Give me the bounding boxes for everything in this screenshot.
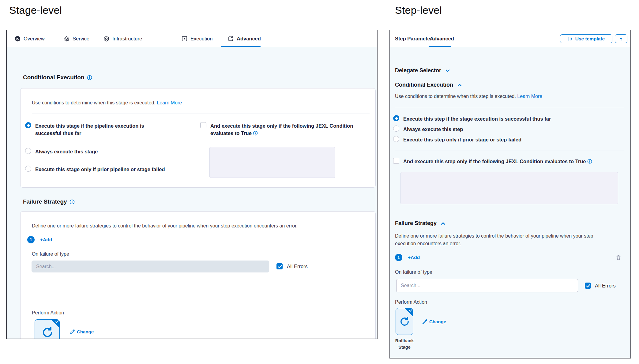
chevron-up-icon [440,221,446,226]
all-errors-checkbox[interactable] [276,263,283,269]
jexl-checkbox[interactable] [200,122,206,128]
chevron-up-icon [457,82,462,88]
jexl-checkbox-row[interactable]: And execute this step only if the follow… [393,158,620,165]
failure-type-search-input[interactable] [396,279,578,292]
tab-step-parameters[interactable]: Step Parameters [395,30,435,47]
chevron-down-icon [445,68,450,73]
radio-selected[interactable] [25,122,31,128]
check-icon [55,320,59,323]
radio-option-3[interactable]: Execute this step only if prior stage or… [393,136,521,143]
tab-overview-label: Overview [24,36,45,42]
check-icon [586,284,590,288]
overview-icon [14,36,21,42]
delete-strategy-icon[interactable] [615,254,622,261]
execution-icon [181,36,188,42]
active-tab-underline [221,46,261,47]
radio-option-1[interactable]: Execute this step if the stage execution… [393,115,551,122]
jexl-condition-textarea[interactable] [400,172,618,204]
failure-type-search-input[interactable] [32,261,269,272]
advanced-icon [227,36,234,42]
learn-more-link[interactable]: Learn More [517,94,542,99]
rollback-action-card[interactable] [396,308,413,335]
stage-advanced-panel: Overview Service Infrastructure [6,30,378,339]
all-errors-label: All Errors [287,264,308,269]
upload-icon [618,36,624,41]
radio-unselected[interactable] [393,126,399,132]
radio-unselected[interactable] [25,148,31,154]
infrastructure-icon [103,36,110,42]
change-action-link[interactable]: Change [70,329,94,334]
failure-description: Define one or more failure strategies to… [395,232,615,247]
perform-action-label: Perform Action [395,299,427,305]
step-tabbar: Step Parameters Advanced Use template [390,30,630,47]
radio-option-2[interactable]: Always execute this step [393,126,463,133]
stage-advanced-content: Conditional Execution Use conditions to … [7,47,377,339]
action-name: Rollback Stage [389,338,420,351]
on-failure-label: On failure of type [32,251,69,257]
pencil-icon [70,329,75,334]
conditional-execution-section[interactable]: Conditional Execution [395,82,462,88]
radio-selected[interactable] [393,115,399,121]
stage-tabbar: Overview Service Infrastructure [7,30,377,47]
section-divider [395,108,624,108]
all-errors-checkbox[interactable] [585,283,591,289]
strategy-list-row: 1 +Add [27,236,52,243]
stage-level-title: Stage-level [9,4,62,16]
strategy-badge[interactable]: 1 [27,236,35,243]
tab-service[interactable]: Service [63,30,89,47]
info-icon[interactable] [587,159,592,164]
jexl-checkbox[interactable] [393,158,399,164]
radio-option-2[interactable]: Always execute this stage [25,148,98,155]
add-strategy-button[interactable]: +Add [40,237,52,242]
tab-advanced-label: Advanced [430,36,454,42]
radio-option-3[interactable]: Execute this stage only if prior pipelin… [25,166,165,173]
jexl-checkbox-row[interactable]: And execute this stage only if the follo… [200,122,367,137]
all-errors-label: All Errors [595,283,616,289]
section-divider [395,151,624,151]
radio-unselected[interactable] [25,166,31,172]
pencil-icon [422,319,427,324]
tab-overview[interactable]: Overview [14,30,45,47]
info-icon[interactable] [253,131,258,136]
all-errors-row[interactable]: All Errors [585,283,616,289]
change-action-link[interactable]: Change [422,319,446,324]
delegate-selector-section[interactable]: Delegate Selector [395,67,450,74]
tab-execution[interactable]: Execution [181,30,212,47]
learn-more-link[interactable]: Learn More [157,100,182,105]
jexl-condition-textarea[interactable] [209,147,335,178]
column-divider [192,124,192,179]
radio-unselected[interactable] [393,136,399,142]
template-library-icon [568,36,573,41]
perform-action-label: Perform Action [32,310,64,316]
on-failure-label: On failure of type [395,269,432,275]
info-icon[interactable] [70,199,75,205]
all-errors-row[interactable]: All Errors [276,263,308,269]
upload-yaml-button[interactable] [615,34,627,43]
tab-execution-label: Execution [190,36,212,42]
step-level-title: Step-level [395,4,442,16]
service-icon [63,36,70,42]
radio-option-1[interactable]: Execute this stage if the pipeline execu… [25,122,157,137]
tab-advanced[interactable]: Advanced [430,30,454,47]
rollback-action-card[interactable] [35,319,60,339]
conditional-execution-heading: Conditional Execution [23,74,92,81]
tab-advanced-label: Advanced [237,36,261,42]
step-advanced-content: Delegate Selector Conditional Execution … [390,47,630,358]
use-template-button[interactable]: Use template [560,34,612,43]
check-icon [409,309,412,312]
conditional-description: Use conditions to determine when this st… [395,94,542,99]
step-advanced-panel: Step Parameters Advanced Use template De… [389,30,631,358]
add-strategy-button[interactable]: +Add [408,255,420,260]
check-icon [278,265,282,268]
tab-infrastructure[interactable]: Infrastructure [103,30,142,47]
rollback-icon [399,316,410,327]
failure-strategy-card: Define one or more failure strategies to… [20,211,376,339]
rollback-icon [41,326,54,339]
tab-step-parameters-label: Step Parameters [395,36,435,42]
tab-service-label: Service [73,36,89,42]
strategy-badge[interactable]: 1 [395,254,402,261]
info-icon[interactable] [87,75,92,80]
tab-advanced[interactable]: Advanced [227,30,261,47]
failure-strategy-section[interactable]: Failure Strategy [395,220,446,227]
active-tab-underline [429,46,451,47]
